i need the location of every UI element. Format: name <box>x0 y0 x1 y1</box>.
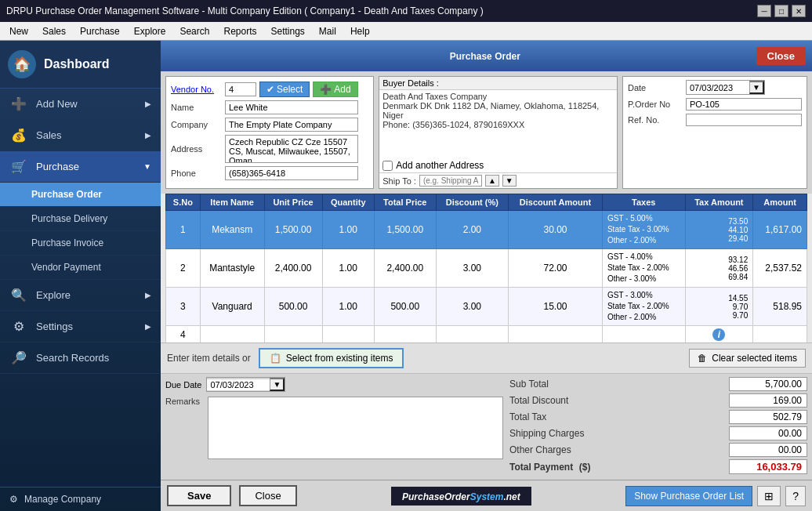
date-label: Date <box>628 83 683 92</box>
ref-no-input[interactable] <box>686 114 802 126</box>
cell-taxes <box>602 326 685 343</box>
name-input[interactable] <box>225 100 358 114</box>
date-input[interactable] <box>687 82 749 93</box>
cell-tax-amount: 93.12 46.56 69.84 <box>685 249 753 288</box>
due-date-input[interactable] <box>207 379 270 390</box>
cell-item-name: Mantastyle <box>200 249 264 288</box>
ref-no-label: Ref. No. <box>628 115 683 125</box>
total-tax-label: Total Tax <box>509 411 546 422</box>
help-icon-button[interactable]: ? <box>785 486 806 506</box>
info-button-row4[interactable]: i <box>712 328 725 341</box>
col-unit-price: Unit Price <box>264 194 322 211</box>
purchase-icon: 🛒 <box>9 159 28 174</box>
purchase-arrow: ▼ <box>143 162 151 171</box>
sidebar-sub-purchase-invoice[interactable]: Purchase Invoice <box>0 231 161 256</box>
save-button[interactable]: Save <box>167 485 231 506</box>
manage-company-button[interactable]: ⚙ Manage Company <box>0 487 161 511</box>
sidebar-header[interactable]: 🏠 Dashboard <box>0 41 161 89</box>
cell-total-price: 2,400.00 <box>374 249 436 288</box>
menu-explore[interactable]: Explore <box>128 24 172 38</box>
remarks-input[interactable] <box>208 397 503 459</box>
date-picker-button[interactable]: ▼ <box>749 81 764 94</box>
brand-label: PurchaseOrderSystem.net <box>391 487 531 506</box>
ship-to-input[interactable] <box>419 175 482 187</box>
po-no-input[interactable] <box>686 98 802 111</box>
menu-search[interactable]: Search <box>173 24 216 38</box>
cell-total-price <box>374 326 436 343</box>
sidebar-sub-vendor-payment[interactable]: Vendor Payment <box>0 256 161 280</box>
menu-settings[interactable]: Settings <box>265 24 311 38</box>
sidebar-sub-label-purchase-invoice: Purchase Invoice <box>31 237 103 248</box>
ship-scroll-down[interactable]: ▼ <box>502 175 517 187</box>
menu-sales[interactable]: Sales <box>36 24 72 38</box>
cell-amount: 1,617.00 <box>753 211 807 249</box>
sidebar-sub-purchase-delivery[interactable]: Purchase Delivery <box>0 207 161 231</box>
add-vendor-button[interactable]: ➕ Add <box>313 82 357 97</box>
table-row[interactable]: 4 i <box>166 326 807 343</box>
menu-purchase[interactable]: Purchase <box>74 24 126 38</box>
plus-icon: ➕ <box>320 84 332 95</box>
address-label: Address <box>171 144 222 154</box>
sidebar-sub-purchase-order[interactable]: Purchase Order <box>0 183 161 207</box>
action-row: Enter item details or 📋 Select from exis… <box>161 342 812 374</box>
footer-right: Show Purchase Order List ⊞ ? <box>625 486 806 506</box>
table-row[interactable]: 3 Vanguard 500.00 1.00 500.00 3.00 15.00… <box>166 288 807 326</box>
col-amount: Amount <box>753 194 807 211</box>
sidebar-item-purchase[interactable]: 🛒 Purchase ▼ <box>0 151 161 183</box>
table-row[interactable]: 1 Mekansm 1,500.00 1.00 1,500.00 2.00 30… <box>166 211 807 249</box>
settings-arrow: ▶ <box>145 322 151 331</box>
show-purchase-order-list-button[interactable]: Show Purchase Order List <box>625 486 752 506</box>
sidebar-item-explore[interactable]: 🔍 Explore ▶ <box>0 280 161 311</box>
date-input-wrap: ▼ <box>686 80 765 95</box>
sidebar-item-sales[interactable]: 💰 Sales ▶ <box>0 120 161 151</box>
minimize-button[interactable]: ─ <box>757 5 771 17</box>
cell-amount: 518.95 <box>753 288 807 326</box>
clear-selected-button[interactable]: 🗑 Clear selected items <box>689 349 806 368</box>
footer-bar: Save Close PurchaseOrderSystem.net Show … <box>161 480 812 511</box>
company-row: Company <box>171 118 368 132</box>
name-row: Name <box>171 100 368 114</box>
phone-input[interactable] <box>225 166 358 180</box>
col-quantity: Quantity <box>322 194 374 211</box>
select-existing-button[interactable]: 📋 Select from existing items <box>259 348 404 368</box>
due-date-picker-button[interactable]: ▼ <box>270 378 285 391</box>
buyer-details-panel: Buyer Details : Death And Taxes Company … <box>379 76 618 189</box>
table-row[interactable]: 2 Mantastyle 2,400.00 1.00 2,400.00 3.00… <box>166 249 807 288</box>
menu-bar: New Sales Purchase Explore Search Report… <box>0 22 812 41</box>
sidebar-item-add-new[interactable]: ➕ Add New ▶ <box>0 89 161 120</box>
shipping-label: Shipping Charges <box>509 428 584 439</box>
cell-quantity: 1.00 <box>322 249 374 288</box>
cell-sno: 3 <box>166 288 201 326</box>
ship-scroll-up[interactable]: ▲ <box>485 175 499 187</box>
address-input[interactable]: Czech Republic CZ Cze 15507 CS, Muscat, … <box>225 135 358 163</box>
vendor-form: Vendor No. ✔ Select ➕ Add Name <box>165 76 374 189</box>
other-charges-label: Other Charges <box>509 444 571 455</box>
menu-help[interactable]: Help <box>344 24 376 38</box>
add-address-checkbox[interactable] <box>382 161 393 171</box>
sidebar-dashboard-label: Dashboard <box>44 57 110 71</box>
vendor-no-input[interactable] <box>225 82 256 96</box>
page-header: Purchase Order Close <box>161 41 812 71</box>
buyer-details-label: Buyer Details : <box>379 77 617 90</box>
total-payment-row: Total Payment ($) 16,033.79 <box>509 459 807 474</box>
ship-to-label: Ship To : <box>382 176 416 186</box>
search-records-icon: 🔎 <box>9 350 28 365</box>
list-icon: 📋 <box>270 353 281 364</box>
cell-quantity <box>322 326 374 343</box>
close-window-button[interactable]: ✕ <box>792 5 806 17</box>
select-vendor-button[interactable]: ✔ Select <box>259 82 310 97</box>
grid-icon-button[interactable]: ⊞ <box>757 486 781 506</box>
bottom-area: Due Date ▼ Remarks Sub Total 5,700.00 <box>161 374 812 480</box>
menu-reports[interactable]: Reports <box>217 24 263 38</box>
menu-new[interactable]: New <box>3 24 34 38</box>
vendor-no-label[interactable]: Vendor No. <box>171 85 222 94</box>
buyer-details-text[interactable]: Death And Taxes Company Denmark DK Dnk 1… <box>379 90 617 158</box>
sidebar-item-settings[interactable]: ⚙ Settings ▶ <box>0 311 161 342</box>
maximize-button[interactable]: □ <box>774 5 788 17</box>
close-footer-button[interactable]: Close <box>239 485 296 506</box>
sidebar-item-search-records[interactable]: 🔎 Search Records <box>0 342 161 374</box>
menu-mail[interactable]: Mail <box>313 24 343 38</box>
cell-tax-amount: 73.50 44.10 29.40 <box>685 211 753 249</box>
close-page-button[interactable]: Close <box>756 47 806 65</box>
company-input[interactable] <box>225 118 358 132</box>
